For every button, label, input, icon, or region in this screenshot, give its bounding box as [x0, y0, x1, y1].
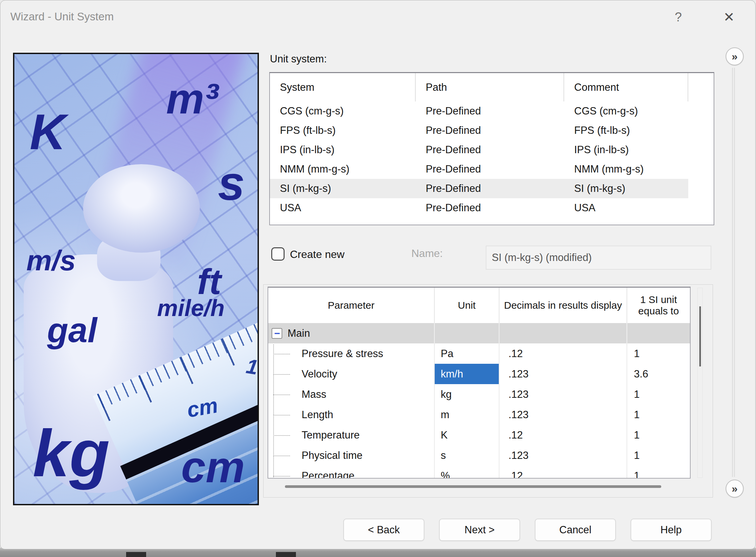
cell-parameter: Pressure & stress	[268, 344, 435, 364]
group-cell: − Main	[268, 323, 435, 344]
group-cell	[435, 323, 500, 344]
unit-label-cubic-meter: m³	[166, 78, 218, 120]
cell-unit[interactable]: m	[435, 405, 500, 425]
param-row-physical-time[interactable]: Physical time s .123 1	[268, 445, 690, 466]
cell-unit-selected[interactable]: km/h	[435, 364, 500, 384]
cell-filler	[688, 140, 714, 159]
minus-icon: −	[274, 328, 280, 339]
cell-decimals[interactable]: .123	[500, 405, 627, 425]
unit-system-header: System Path Comment	[270, 73, 714, 101]
cell-decimals[interactable]: .123	[500, 445, 627, 466]
cell-filler	[688, 159, 714, 179]
cell-comment: IPS (in-lb-s)	[564, 140, 688, 159]
tree-connector-line	[273, 344, 274, 477]
cell-equals: 1	[627, 405, 690, 425]
table-row-ips[interactable]: IPS (in-lb-s) Pre-Defined IPS (in-lb-s)	[270, 140, 714, 159]
vertical-scrollbar-thumb[interactable]	[699, 306, 701, 367]
cell-unit[interactable]: %	[435, 466, 500, 478]
background-strip-segment	[126, 552, 146, 557]
cell-equals: 1	[627, 466, 690, 478]
cell-decimals[interactable]: .12	[500, 425, 627, 445]
cell-unit[interactable]: Pa	[435, 344, 500, 364]
cell-equals: 3.6	[627, 364, 690, 384]
cell-decimals[interactable]: .123	[500, 364, 627, 384]
horizontal-scrollbar[interactable]	[268, 483, 709, 490]
cell-filler	[688, 179, 714, 198]
close-icon[interactable]: ✕	[718, 6, 739, 28]
cell-system: NMM (mm-g-s)	[270, 159, 416, 179]
column-header-system[interactable]: System	[270, 73, 416, 101]
expand-panel-top-button[interactable]: »	[726, 48, 744, 65]
cell-path: Pre-Defined	[416, 159, 564, 179]
column-header-filler	[688, 73, 714, 101]
cell-path: Pre-Defined	[416, 198, 564, 217]
cell-unit[interactable]: s	[435, 445, 500, 466]
help-button[interactable]: Help	[631, 519, 712, 541]
vertical-scrollbar[interactable]	[697, 288, 703, 478]
unit-label-gallon: gal	[47, 313, 97, 347]
param-row-pressure[interactable]: Pressure & stress Pa .12 1	[268, 344, 690, 364]
cell-path: Pre-Defined	[416, 179, 564, 198]
side-splitter-track[interactable]	[732, 68, 735, 477]
cancel-button[interactable]: Cancel	[535, 519, 616, 541]
cell-parameter: Length	[268, 405, 435, 425]
cell-path: Pre-Defined	[416, 101, 564, 121]
cell-comment: NMM (mm-g-s)	[564, 159, 688, 179]
horizontal-scrollbar-thumb[interactable]	[285, 485, 661, 488]
cell-parameter: Mass	[268, 384, 435, 405]
collapse-expander[interactable]: −	[272, 328, 282, 339]
unit-system-label: Unit system:	[270, 53, 327, 65]
cell-decimals[interactable]: .12	[500, 466, 627, 478]
column-header-comment[interactable]: Comment	[564, 73, 688, 101]
cell-parameter: Velocity	[268, 364, 435, 384]
cell-filler	[688, 101, 714, 121]
table-row-si-selected[interactable]: SI (m-kg-s) Pre-Defined SI (m-kg-s)	[270, 179, 714, 198]
table-row-usa[interactable]: USA Pre-Defined USA	[270, 198, 714, 217]
cell-equals: 1	[627, 384, 690, 405]
group-cell	[627, 323, 690, 344]
column-header-unit[interactable]: Unit	[435, 288, 500, 323]
column-header-path[interactable]: Path	[416, 73, 564, 101]
cell-unit[interactable]: K	[435, 425, 500, 445]
unit-label-kilogram: kg	[33, 420, 110, 487]
param-row-percentage[interactable]: Percentage % .12 1	[268, 466, 690, 478]
param-row-mass[interactable]: Mass kg .123 1	[268, 384, 690, 405]
cell-comment: USA	[564, 198, 688, 217]
cell-system: FPS (ft-lb-s)	[270, 121, 416, 140]
ruler-unit-label: cm	[185, 393, 220, 422]
cell-equals: 1	[627, 425, 690, 445]
param-row-length[interactable]: Length m .123 1	[268, 405, 690, 425]
cell-system: USA	[270, 198, 416, 217]
unit-label-centimeter: cm	[181, 445, 245, 489]
cell-system: SI (m-kg-s)	[270, 179, 416, 198]
help-icon[interactable]: ?	[668, 6, 689, 28]
cell-comment: SI (m-kg-s)	[564, 179, 688, 198]
expand-panel-bottom-button[interactable]: »	[726, 479, 744, 498]
create-new-checkbox[interactable]	[271, 247, 284, 261]
cell-filler	[688, 198, 714, 217]
dialog-title: Wizard - Unit System	[10, 10, 114, 23]
cell-decimals[interactable]: .123	[500, 384, 627, 405]
table-row-cgs[interactable]: CGS (cm-g-s) Pre-Defined CGS (cm-g-s)	[270, 101, 714, 121]
table-row-nmm[interactable]: NMM (mm-g-s) Pre-Defined NMM (mm-g-s)	[270, 159, 714, 179]
next-button[interactable]: Next >	[439, 519, 520, 541]
cell-parameter: Percentage	[268, 466, 435, 478]
name-input[interactable]	[486, 246, 711, 270]
cell-unit[interactable]: kg	[435, 384, 500, 405]
cell-filler	[688, 121, 714, 140]
create-new-label: Create new	[290, 248, 345, 261]
cell-decimals[interactable]: .12	[500, 344, 627, 364]
name-label: Name:	[411, 247, 443, 260]
param-row-velocity[interactable]: Velocity km/h .123 3.6	[268, 364, 690, 384]
unit-label-kelvin: K	[30, 107, 66, 157]
column-header-parameter[interactable]: Parameter	[268, 288, 435, 323]
cell-path: Pre-Defined	[416, 140, 564, 159]
back-button[interactable]: < Back	[343, 519, 424, 541]
group-row-main[interactable]: − Main	[268, 323, 690, 344]
column-header-si-equals[interactable]: 1 SI unit equals to	[627, 288, 690, 323]
wizard-dialog: Wizard - Unit System ? ✕ 1 2 3 cm	[0, 0, 756, 549]
parameters-panel: Parameter Unit Decimals in results displ…	[263, 284, 713, 498]
table-row-fps[interactable]: FPS (ft-lb-s) Pre-Defined FPS (ft-lb-s)	[270, 121, 714, 140]
column-header-decimals[interactable]: Decimals in results display	[500, 288, 627, 323]
param-row-temperature[interactable]: Temperature K .12 1	[268, 425, 690, 445]
